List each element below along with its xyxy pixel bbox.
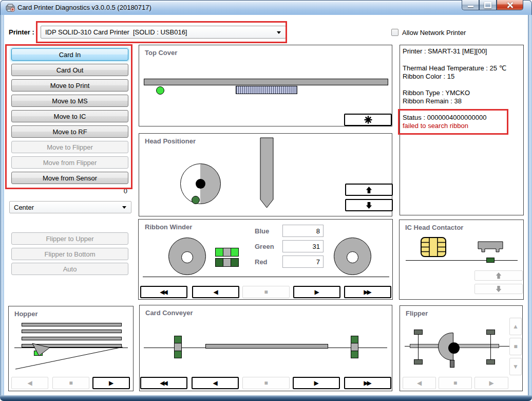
flipper-roller-right-cap	[486, 330, 495, 335]
flipper-to-bottom-button[interactable]: Flipper to Bottom	[11, 248, 128, 260]
stop-icon: ■	[69, 380, 72, 386]
conveyer-rewind-button[interactable]: ◀◀	[140, 377, 187, 389]
back-icon: ◀	[417, 380, 422, 386]
top-cover-sensor-dot	[156, 86, 164, 95]
head-down-button[interactable]	[345, 199, 393, 211]
flipper-roller-right-cap	[486, 359, 495, 364]
allow-network-checkbox[interactable]	[391, 29, 398, 36]
back-icon: ◀	[213, 289, 218, 295]
forward-icon: ▶▶	[364, 289, 371, 295]
rewind-icon: ◀◀	[160, 289, 167, 295]
flipper-cam-stub	[450, 360, 454, 368]
move-to-rf-button[interactable]: Move to RF	[11, 125, 128, 138]
flipper-stop-button[interactable]: ■	[439, 377, 472, 389]
play-icon: ▶	[314, 380, 318, 386]
conveyer-back-button[interactable]: ◀	[192, 377, 239, 389]
ic-contact-head	[478, 241, 503, 253]
stop-icon: ■	[514, 343, 517, 350]
ic-sensor-block	[486, 258, 495, 263]
play-icon: ▶	[314, 289, 319, 295]
printer-select[interactable]: IDP SOLID-310 Card Printer [SOLID : USB0…	[41, 26, 286, 39]
ribbon-blue-field[interactable]: 8	[282, 225, 324, 237]
conveyer-roller-right	[351, 343, 358, 351]
stop-icon: ■	[264, 380, 268, 386]
ribbon-play-button[interactable]: ▶	[293, 286, 340, 298]
move-to-ic-button[interactable]: Move to IC	[11, 110, 128, 122]
ribbon-blue-label: Blue	[255, 227, 269, 235]
ribbon-sensor-block	[223, 248, 231, 257]
status-code-line: Status : 0000004000000000	[403, 114, 521, 121]
ribbon-back-button[interactable]: ◀	[192, 286, 239, 298]
position-select-value: Center	[14, 204, 34, 211]
move-from-sensor-button[interactable]: Move from Sensor	[11, 172, 128, 184]
app-window: Card Printer Diagnostics v3.0.0.5 (20180…	[0, 0, 532, 401]
flipper-auto-button[interactable]: Auto	[11, 263, 128, 275]
top-cover-brush	[236, 86, 297, 94]
head-cam-sensor-dot	[192, 196, 200, 204]
flipper-stop-side-button[interactable]: ■	[509, 338, 522, 355]
flipper-up-button[interactable]: ▲	[509, 318, 522, 335]
allow-network-label: Allow Network Printer	[402, 29, 466, 37]
head-up-button[interactable]	[345, 184, 393, 196]
ribbon-green-field[interactable]: 31	[282, 240, 324, 252]
status-ribbon-type-line: Ribbon Type : YMCKO	[403, 89, 521, 97]
conveyer-stop-button[interactable]: ■	[242, 377, 290, 389]
ic-down-button[interactable]	[474, 284, 523, 294]
ribbon-path-line	[143, 277, 389, 277]
move-from-flipper-button[interactable]: Move from Flipper	[11, 156, 128, 169]
flipper-down-button[interactable]: ▼	[509, 358, 522, 375]
position-select[interactable]: Center	[9, 201, 131, 213]
ribbon-rewind-button[interactable]: ◀◀	[140, 286, 187, 298]
ic-head-title: IC Head Contactor	[405, 224, 463, 231]
flipper-roller-left-cap	[414, 359, 423, 364]
ribbon-red-field[interactable]: 7	[282, 256, 324, 268]
dropdown-arrow-icon	[277, 31, 281, 34]
hopper-stop-button[interactable]: ■	[52, 377, 89, 389]
maximize-icon	[484, 2, 491, 8]
flipper-title: Flipper	[406, 309, 428, 317]
rewind-icon: ◀◀	[160, 380, 167, 386]
minimize-button[interactable]	[462, 0, 479, 10]
window-title: Card Printer Diagnostics v3.0.0.5 (20180…	[17, 4, 151, 11]
minimize-icon	[468, 6, 473, 7]
flipper-to-upper-button[interactable]: Flipper to Upper	[11, 232, 128, 245]
hopper-back-button[interactable]: ◀	[11, 377, 48, 389]
ic-card-path-line	[406, 260, 518, 261]
ribbon-red-label: Red	[255, 258, 268, 266]
ribbon-sensor-block	[231, 258, 239, 267]
status-error-line: failed to search ribbon	[403, 122, 521, 130]
hopper-card	[22, 323, 122, 326]
stop-icon: ■	[453, 380, 457, 386]
ribbon-stop-button[interactable]: ■	[242, 286, 290, 298]
top-cover-bar	[144, 79, 388, 85]
conveyer-forward-button[interactable]: ▶▶	[344, 377, 391, 389]
flipper-back-button[interactable]: ◀	[403, 377, 436, 389]
move-to-print-button[interactable]: Move to Print	[11, 79, 128, 92]
head-pointer	[260, 137, 274, 208]
down-icon: ▼	[512, 363, 519, 370]
close-button[interactable]	[497, 0, 523, 10]
card-out-button[interactable]: Card Out	[11, 64, 128, 76]
printer-select-value: IDP SOLID-310 Card Printer [SOLID : USB0…	[45, 28, 187, 36]
card-in-button[interactable]: Card In	[11, 48, 128, 61]
conveyer-roller-left	[174, 351, 182, 358]
arrow-down-icon	[495, 285, 502, 293]
app-icon	[6, 3, 15, 12]
ribbon-forward-button[interactable]: ▶▶	[344, 286, 391, 298]
top-cover-toggle-button[interactable]	[344, 114, 392, 126]
up-icon: ▲	[512, 323, 519, 330]
conveyer-play-button[interactable]: ▶	[293, 377, 340, 389]
maximize-button[interactable]	[479, 0, 497, 10]
window-border-left	[0, 15, 4, 396]
offset-field[interactable]: 0	[10, 187, 127, 196]
flipper-play-button[interactable]: ▶	[474, 377, 508, 389]
move-to-ms-button[interactable]: Move to MS	[11, 95, 128, 107]
ribbon-sensor-block	[223, 258, 231, 267]
status-ribbon-remain-line: Ribbon Remain : 38	[403, 97, 521, 105]
head-positioner-title: Head Positioner	[145, 137, 196, 145]
move-to-flipper-button[interactable]: Move to Flipper	[11, 141, 128, 153]
hopper-play-button[interactable]: ▶	[92, 377, 130, 389]
hopper-ramp-line	[14, 344, 128, 371]
asterisk-icon	[364, 116, 372, 124]
ic-up-button[interactable]	[474, 270, 523, 281]
